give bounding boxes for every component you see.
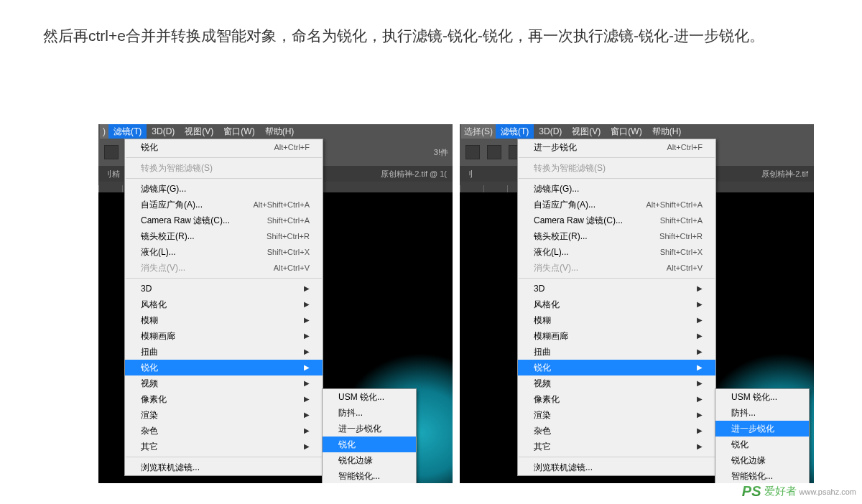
document-tab[interactable]: 原创精神-2.tif @ 1( [375, 166, 453, 182]
menu-item-video[interactable]: 视频▶ [518, 375, 715, 391]
menu-item-blur[interactable]: 模糊▶ [125, 312, 323, 328]
menu-item-adaptive-wide[interactable]: 自适应广角(A)...Alt+Shift+Ctrl+A [518, 197, 715, 213]
sharpen-submenu: USM 锐化... 防抖... 进一步锐化 锐化 锐化边缘 智能锐化... [322, 388, 417, 483]
menu-item-browse-online[interactable]: 浏览联机滤镜... [125, 459, 323, 475]
menu-help[interactable]: 帮助(H) [260, 124, 300, 139]
menu-item-render[interactable]: 渲染▶ [518, 407, 715, 423]
document-tab[interactable]: 刂 [460, 166, 479, 182]
screenshot-right: 选择(S) 滤镜(T) 3D(D) 视图(V) 窗口(W) 帮助(H) 刂 原创… [460, 124, 814, 483]
submenu-sharpen-more[interactable]: 进一步锐化 [323, 421, 416, 437]
submenu-sharpen[interactable]: 锐化 [715, 437, 809, 452]
menu-item-vanishing-point[interactable]: 消失点(V)...Alt+Ctrl+V [125, 260, 323, 276]
submenu-usm[interactable]: USM 锐化... [323, 389, 416, 405]
menu-item-filter-gallery[interactable]: 滤镜库(G)... [518, 181, 715, 197]
submenu-smart-sharpen[interactable]: 智能锐化... [715, 468, 809, 483]
menu-filter[interactable]: 滤镜(T) [496, 124, 534, 139]
menu-item-distort[interactable]: 扭曲▶ [518, 344, 715, 360]
menu-window[interactable]: 窗口(W) [218, 124, 259, 139]
menu-window[interactable]: 窗口(W) [606, 124, 646, 139]
tool-icon[interactable] [487, 145, 501, 159]
menu-item-noise[interactable]: 杂色▶ [125, 423, 323, 439]
menu-filter[interactable]: 滤镜(T) [108, 124, 147, 139]
submenu-sharpen-edges[interactable]: 锐化边缘 [715, 452, 809, 468]
menu-item-stylize[interactable]: 风格化▶ [125, 297, 323, 312]
watermark-text: 爱好者 [764, 485, 797, 498]
menu-item-other[interactable]: 其它▶ [125, 439, 323, 454]
menu-item-stylize[interactable]: 风格化▶ [518, 297, 715, 312]
menu-view[interactable]: 视图(V) [567, 124, 606, 139]
menu-item-convert-smart[interactable]: 转换为智能滤镜(S) [518, 160, 715, 176]
menu-item-liquify[interactable]: 液化(L)...Shift+Ctrl+X [518, 244, 715, 260]
menu-item-liquify[interactable]: 液化(L)...Shift+Ctrl+X [125, 244, 323, 260]
sharpen-submenu: USM 锐化... 防抖... 进一步锐化 锐化 锐化边缘 智能锐化... [715, 388, 810, 483]
menu-item-blur-gallery[interactable]: 模糊画廊▶ [125, 328, 323, 344]
menu-3d[interactable]: 3D(D) [147, 124, 180, 139]
menu-item-convert-smart[interactable]: 转换为智能滤镜(S) [125, 160, 323, 176]
menu-item-blur-gallery[interactable]: 模糊画廊▶ [518, 328, 715, 344]
menu-item-render[interactable]: 渲染▶ [125, 407, 323, 423]
menu-item-noise[interactable]: 杂色▶ [518, 423, 715, 439]
menu-item-camera-raw[interactable]: Camera Raw 滤镜(C)...Shift+Ctrl+A [518, 213, 715, 228]
menu-item-browse-online[interactable]: 浏览联机滤镜... [518, 459, 715, 475]
submenu-sharpen-edges[interactable]: 锐化边缘 [323, 452, 416, 468]
menu-item-sharpen[interactable]: 锐化▶ [518, 360, 715, 375]
menu-item-3d[interactable]: 3D▶ [125, 281, 323, 297]
screenshot-left: ) 滤镜(T) 3D(D) 视图(V) 窗口(W) 帮助(H) 3!件 刂精 原… [98, 124, 453, 483]
document-tab[interactable]: 刂精 [98, 166, 126, 182]
menu-item-lens-correction[interactable]: 镜头校正(R)...Shift+Ctrl+R [125, 228, 323, 244]
instruction-text: 然后再ctrl+e合并并转换成智能对象，命名为锐化，执行滤镜-锐化-锐化，再一次… [43, 20, 819, 52]
menu-3d[interactable]: 3D(D) [534, 124, 567, 139]
watermark-url: www.psahz.com [800, 487, 856, 496]
toolbar-extra: 3!件 [434, 147, 453, 158]
menu-item-other[interactable]: 其它▶ [518, 439, 715, 454]
submenu-shake-reduction[interactable]: 防抖... [323, 405, 416, 421]
submenu-shake-reduction[interactable]: 防抖... [715, 405, 809, 421]
menu-item-pixelate[interactable]: 像素化▶ [125, 391, 323, 407]
menu-view[interactable]: 视图(V) [180, 124, 218, 139]
watermark: PS 爱好者 www.psahz.com [742, 483, 856, 500]
submenu-usm[interactable]: USM 锐化... [715, 389, 809, 405]
menu-item-blur[interactable]: 模糊▶ [518, 312, 715, 328]
filter-menu: 进一步锐化Alt+Ctrl+F 转换为智能滤镜(S) 滤镜库(G)... 自适应… [517, 139, 716, 476]
menu-item-video[interactable]: 视频▶ [125, 375, 323, 391]
menubar-edge: 选择(S) [461, 124, 496, 139]
menu-item-pixelate[interactable]: 像素化▶ [518, 391, 715, 407]
tool-icon[interactable] [465, 145, 480, 159]
filter-menu: 锐化Alt+Ctrl+F 转换为智能滤镜(S) 滤镜库(G)... 自适应广角(… [124, 139, 323, 476]
submenu-sharpen[interactable]: 锐化 [323, 437, 416, 452]
submenu-smart-sharpen[interactable]: 智能锐化... [323, 468, 416, 483]
menu-item-last-filter[interactable]: 锐化Alt+Ctrl+F [125, 139, 323, 155]
submenu-sharpen-more[interactable]: 进一步锐化 [715, 421, 809, 437]
menu-help[interactable]: 帮助(H) [647, 124, 687, 139]
watermark-logo: PS [742, 483, 761, 500]
menu-item-filter-gallery[interactable]: 滤镜库(G)... [125, 181, 323, 197]
document-tab[interactable]: 原创精神-2.tif [756, 166, 814, 182]
menu-item-distort[interactable]: 扭曲▶ [125, 344, 323, 360]
menubar: ) 滤镜(T) 3D(D) 视图(V) 窗口(W) 帮助(H) [98, 124, 453, 139]
menu-item-camera-raw[interactable]: Camera Raw 滤镜(C)...Shift+Ctrl+A [125, 213, 323, 228]
menu-item-lens-correction[interactable]: 镜头校正(R)...Shift+Ctrl+R [518, 228, 715, 244]
menu-item-last-filter[interactable]: 进一步锐化Alt+Ctrl+F [518, 139, 715, 155]
menu-item-sharpen[interactable]: 锐化▶ [125, 360, 323, 375]
menubar-edge: ) [100, 124, 108, 139]
menu-item-vanishing-point[interactable]: 消失点(V)...Alt+Ctrl+V [518, 260, 715, 276]
menu-item-3d[interactable]: 3D▶ [518, 281, 715, 297]
menubar: 选择(S) 滤镜(T) 3D(D) 视图(V) 窗口(W) 帮助(H) [460, 124, 814, 139]
tool-icon[interactable] [104, 145, 119, 159]
menu-item-adaptive-wide[interactable]: 自适应广角(A)...Alt+Shift+Ctrl+A [125, 197, 323, 213]
